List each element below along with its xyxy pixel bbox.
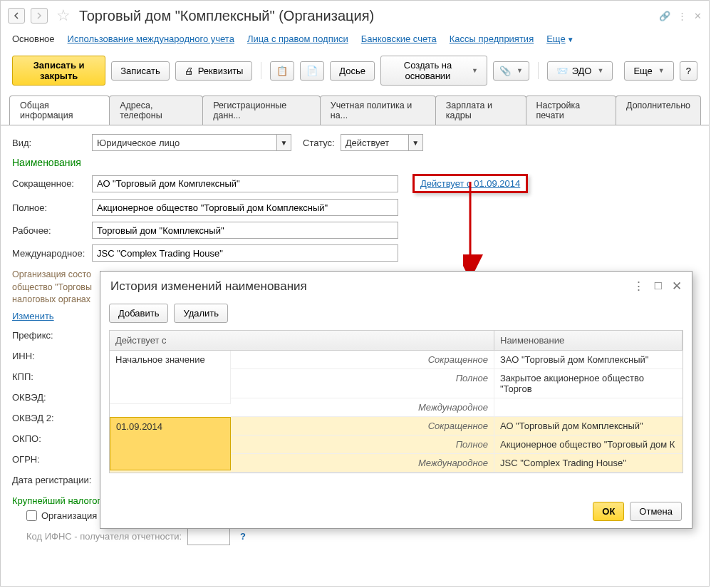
cell-type: Сокращенное bbox=[231, 417, 494, 435]
more-button[interactable]: Еще▼ bbox=[624, 61, 673, 81]
separator bbox=[538, 62, 539, 79]
okved2-label: ОКВЭД 2: bbox=[12, 413, 86, 423]
tab-general[interactable]: Общая информация bbox=[9, 96, 110, 125]
tab-addresses[interactable]: Адреса, телефоны bbox=[109, 96, 203, 125]
short-name-input[interactable] bbox=[92, 175, 398, 192]
back-button[interactable] bbox=[8, 8, 25, 24]
work-name-input[interactable] bbox=[92, 222, 398, 239]
status-dropdown-button[interactable]: ▼ bbox=[409, 134, 423, 151]
tab-print[interactable]: Настройка печати bbox=[526, 96, 616, 125]
help-button[interactable]: ? bbox=[680, 61, 697, 81]
change-link[interactable]: Изменить bbox=[12, 311, 54, 321]
table-row[interactable]: Начальное значение СокращенноеЗАО "Торго… bbox=[110, 351, 683, 417]
tab-payroll[interactable]: Зарплата и кадры bbox=[435, 96, 526, 125]
popup-title: История изменений наименования bbox=[110, 279, 307, 294]
status-select[interactable]: Действует bbox=[341, 134, 409, 151]
create-based-button[interactable]: Создать на основании▼ bbox=[380, 56, 487, 86]
cell-val: Акционерное общество "Торговый дом К bbox=[494, 435, 683, 454]
cell-type: Полное bbox=[231, 369, 494, 398]
caret-down-icon: ▼ bbox=[472, 67, 478, 74]
cell-type: Сокращенное bbox=[231, 351, 494, 369]
caret-down-icon: ▼ bbox=[597, 67, 603, 74]
okpo-label: ОКПО: bbox=[12, 433, 86, 444]
full-name-input[interactable] bbox=[92, 199, 398, 216]
vid-select[interactable]: Юридическое лицо bbox=[92, 134, 277, 151]
requisites-button[interactable]: Реквизиты bbox=[175, 61, 253, 81]
popup-maximize-icon[interactable]: □ bbox=[655, 279, 662, 294]
caret-down-icon: ▼ bbox=[517, 67, 523, 74]
cell-type: Полное bbox=[231, 435, 494, 454]
link-icon[interactable]: 🔗 bbox=[659, 11, 670, 21]
ifns-input[interactable] bbox=[187, 528, 230, 545]
prefix-label: Префикс: bbox=[12, 330, 86, 341]
history-popup: История изменений наименования ⋮ □ ✕ Доб… bbox=[100, 271, 692, 529]
save-button[interactable]: Записать bbox=[111, 61, 170, 81]
nav-more[interactable]: Еще bbox=[546, 33, 565, 44]
popup-delete-button[interactable]: Удалить bbox=[174, 304, 228, 323]
action-button[interactable]: 📄 bbox=[300, 61, 324, 81]
print-icon bbox=[185, 66, 194, 76]
chevron-down-icon: ▼ bbox=[567, 36, 574, 43]
naming-section-title: Наименования bbox=[12, 157, 697, 168]
inn-label: ИНН: bbox=[12, 351, 86, 361]
popup-ok-button[interactable]: ОК bbox=[593, 502, 624, 521]
edo-button[interactable]: 📨 ЭДО▼ bbox=[547, 61, 613, 81]
effective-date-link[interactable]: Действует с 01.09.2014 bbox=[420, 178, 520, 189]
ogrn-label: ОГРН: bbox=[12, 454, 86, 465]
nav-kassa[interactable]: Кассы предприятия bbox=[450, 33, 534, 44]
forward-button[interactable] bbox=[31, 8, 48, 24]
popup-cancel-button[interactable]: Отмена bbox=[630, 502, 682, 521]
regdate-label: Дата регистрации: bbox=[12, 475, 105, 485]
table-row[interactable]: 01.09.2014 СокращенноеАО "Торговый дом К… bbox=[110, 417, 683, 473]
cell-date: 01.09.2014 bbox=[110, 417, 231, 470]
cell-type: Международное bbox=[231, 454, 494, 473]
tab-accounting[interactable]: Учетная политика и на... bbox=[320, 96, 436, 125]
popup-col-date[interactable]: Действует с bbox=[110, 331, 494, 350]
vid-label: Вид: bbox=[12, 138, 86, 148]
copy-button[interactable]: 📋 bbox=[270, 61, 294, 81]
cell-date: Начальное значение bbox=[110, 351, 231, 404]
cell-val: Закрытое акционерное общество "Торгов bbox=[494, 369, 683, 398]
popup-add-button[interactable]: Добавить bbox=[109, 304, 168, 323]
nav-intl[interactable]: Использование международного учета bbox=[68, 33, 234, 44]
intl-label: Международное: bbox=[12, 248, 86, 259]
cell-val: ЗАО "Торговый дом Комплексный" bbox=[494, 351, 683, 369]
favorite-icon[interactable]: ☆ bbox=[56, 6, 71, 25]
major-taxpayer-checkbox[interactable] bbox=[26, 510, 37, 521]
menu-icon[interactable]: ⋮ bbox=[678, 11, 687, 21]
popup-close-icon[interactable]: ✕ bbox=[672, 279, 682, 294]
tab-registration[interactable]: Регистрационные данн... bbox=[202, 96, 321, 125]
popup-col-name[interactable]: Наименование bbox=[494, 331, 683, 350]
window-title: Торговый дом "Комплексный" (Организация) bbox=[79, 8, 374, 24]
popup-menu-icon[interactable]: ⋮ bbox=[633, 279, 645, 294]
cell-val bbox=[494, 398, 683, 417]
caret-down-icon: ▼ bbox=[658, 67, 665, 74]
vid-dropdown-button[interactable]: ▼ bbox=[277, 134, 291, 151]
help-icon[interactable]: ? bbox=[240, 531, 246, 542]
tab-additional[interactable]: Дополнительно bbox=[616, 96, 701, 125]
nav-signers[interactable]: Лица с правом подписи bbox=[247, 33, 348, 44]
nav-main[interactable]: Основное bbox=[12, 33, 55, 44]
kpp-label: КПП: bbox=[12, 371, 86, 382]
save-close-button[interactable]: Записать и закрыть bbox=[12, 56, 105, 86]
nav-bank[interactable]: Банковские счета bbox=[361, 33, 437, 44]
separator bbox=[261, 62, 261, 79]
status-label: Статус: bbox=[303, 138, 335, 148]
okved-label: ОКВЭД: bbox=[12, 392, 86, 403]
cell-type: Международное bbox=[231, 398, 494, 417]
short-label: Сокращенное: bbox=[12, 178, 86, 189]
cell-val: JSC "Complex Trading House" bbox=[494, 454, 683, 473]
attach-button[interactable]: 📎▼ bbox=[493, 61, 529, 81]
full-label: Полное: bbox=[12, 202, 86, 213]
dossier-button[interactable]: Досье bbox=[330, 61, 375, 81]
close-window-icon[interactable]: ✕ bbox=[694, 11, 702, 21]
cell-val: АО "Торговый дом Комплексный" bbox=[494, 417, 683, 435]
intl-name-input[interactable] bbox=[92, 244, 398, 262]
work-label: Рабочее: bbox=[12, 225, 86, 236]
ifns-label: Код ИФНС - получателя отчетности: bbox=[26, 531, 182, 542]
